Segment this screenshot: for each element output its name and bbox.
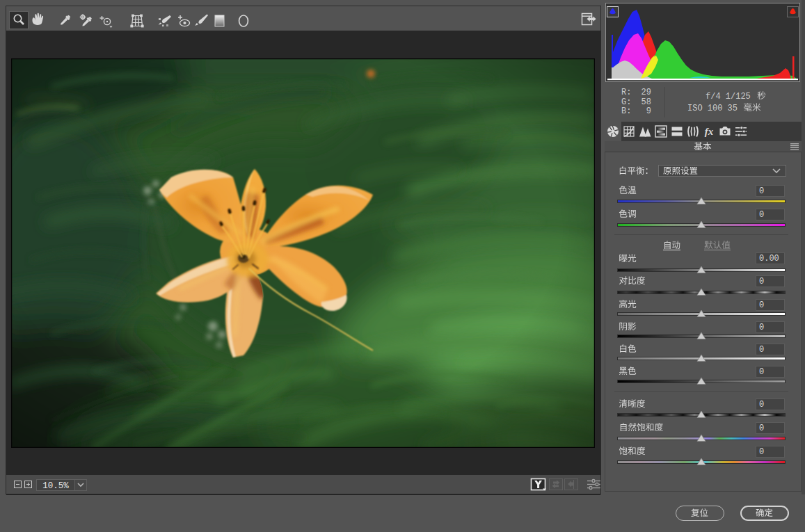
svg-text:fx: fx <box>705 126 714 137</box>
svg-text:10.5%: 10.5% <box>42 481 69 491</box>
